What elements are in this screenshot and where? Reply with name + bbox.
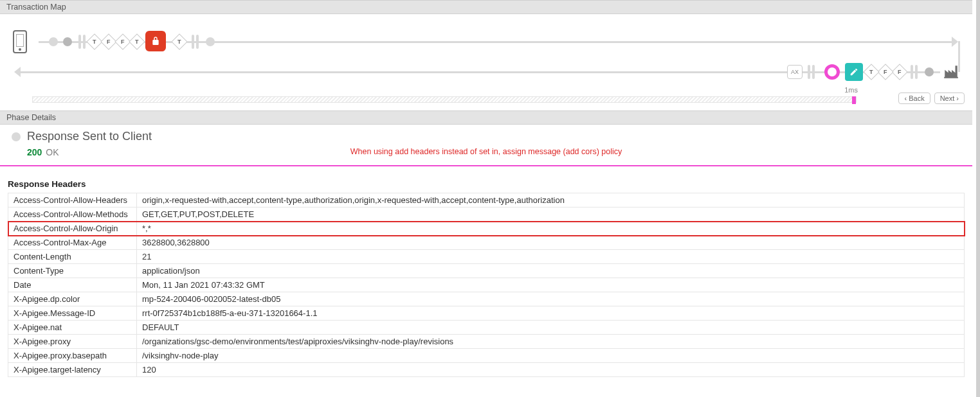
client-icon	[13, 30, 27, 53]
response-flow: F F T AX	[13, 60, 959, 84]
header-name: Date	[8, 278, 137, 292]
phase-details-header: Phase Details	[0, 110, 972, 125]
header-value: 21	[137, 250, 965, 264]
table-row: Access-Control-Allow-Origin*,*	[8, 222, 965, 236]
transaction-map-header: Transaction Map	[0, 0, 972, 14]
header-name: Content-Length	[8, 250, 137, 264]
next-button[interactable]: Next ›	[934, 93, 965, 104]
header-name: X-Apigee.proxy.basepath	[8, 349, 137, 363]
request-flow: T F F T T	[13, 30, 959, 53]
header-value: rrt-0f725374b1cb188f5-a-eu-371-13201664-…	[137, 306, 965, 321]
table-row: DateMon, 11 Jan 2021 07:43:32 GMT	[8, 278, 965, 292]
condition-diamond[interactable]: T	[129, 33, 145, 50]
table-row: Content-Typeapplication/json	[8, 264, 965, 278]
trace-panel: Transaction Map T F F T	[0, 0, 980, 397]
header-name: Access-Control-Allow-Methods	[8, 207, 137, 222]
assign-message-policy-icon[interactable]	[845, 63, 863, 81]
header-name: X-Apigee.dp.color	[8, 292, 137, 306]
header-name: X-Apigee.target-latency	[8, 363, 137, 377]
security-policy-icon[interactable]	[145, 31, 166, 51]
phase-title: Response Sent to Client	[27, 130, 152, 143]
timing-bar[interactable]	[32, 96, 857, 103]
target-icon	[943, 64, 959, 78]
flow-dot[interactable]	[202, 33, 219, 50]
response-headers-section: Response Headers Access-Control-Allow-He…	[0, 166, 972, 382]
flow-bars-icon[interactable]	[803, 64, 819, 80]
response-headers-title: Response Headers	[8, 179, 965, 189]
table-row: Access-Control-Allow-Headersorigin,x-req…	[8, 193, 965, 207]
header-value: Mon, 11 Jan 2021 07:43:32 GMT	[137, 278, 965, 292]
header-name: Content-Type	[8, 264, 137, 278]
analytics-policy-icon[interactable]: AX	[787, 65, 803, 79]
header-name: Access-Control-Max-Age	[8, 236, 137, 250]
table-row: X-Apigee.dp.colormp-524-200406-0020052-l…	[8, 292, 965, 306]
header-value: /viksinghv-node-play	[137, 349, 965, 363]
phase-details: Response Sent to Client 200 OK When usin…	[0, 125, 972, 166]
table-row: X-Apigee.proxy.basepath/viksinghv-node-p…	[8, 349, 965, 363]
table-row: X-Apigee.proxy/organizations/gsc-demo/en…	[8, 335, 965, 349]
header-name: X-Apigee.proxy	[8, 335, 137, 349]
flow-bars-icon[interactable]	[186, 33, 203, 50]
condition-diamond[interactable]: T	[863, 64, 880, 80]
arrow-left-icon	[14, 67, 21, 77]
transaction-map: T F F T T	[0, 14, 972, 110]
table-row: X-Apigee.Message-IDrrt-0f725374b1cb188f5…	[8, 306, 965, 321]
table-row: Access-Control-Max-Age3628800,3628800	[8, 236, 965, 250]
header-value: mp-524-200406-0020052-latest-db05	[137, 292, 965, 306]
header-value: application/json	[137, 264, 965, 278]
header-value: 120	[137, 363, 965, 377]
table-row: Access-Control-Allow-MethodsGET,GET,PUT,…	[8, 207, 965, 222]
back-button[interactable]: ‹ Back	[898, 93, 930, 104]
header-name: Access-Control-Allow-Origin	[8, 222, 137, 236]
timing-marker	[852, 96, 856, 104]
header-name: X-Apigee.Message-ID	[8, 306, 137, 321]
selected-step-icon[interactable]	[824, 64, 840, 80]
phase-dot-icon	[12, 132, 21, 141]
table-row: X-Apigee.natDEFAULT	[8, 321, 965, 335]
response-headers-table: Access-Control-Allow-Headersorigin,x-req…	[8, 193, 965, 377]
table-row: X-Apigee.target-latency120	[8, 363, 965, 377]
header-value: DEFAULT	[137, 321, 965, 335]
separator	[0, 165, 972, 166]
condition-diamond[interactable]: T	[171, 33, 188, 50]
timing-label: 1ms	[844, 86, 858, 94]
arrow-right-icon	[952, 37, 958, 47]
header-value: origin,x-requested-with,accept,content-t…	[137, 193, 965, 207]
header-value: /organizations/gsc-demo/environments/tes…	[137, 335, 965, 349]
header-name: Access-Control-Allow-Headers	[8, 193, 137, 207]
header-value: 3628800,3628800	[137, 236, 965, 250]
header-name: X-Apigee.nat	[8, 321, 137, 335]
cors-warning-text: When using add headers instead of set in…	[0, 147, 972, 156]
flow-dot[interactable]	[921, 64, 938, 80]
header-value: *,*	[137, 222, 965, 236]
table-row: Content-Length21	[8, 250, 965, 264]
header-value: GET,GET,PUT,POST,DELETE	[137, 207, 965, 222]
